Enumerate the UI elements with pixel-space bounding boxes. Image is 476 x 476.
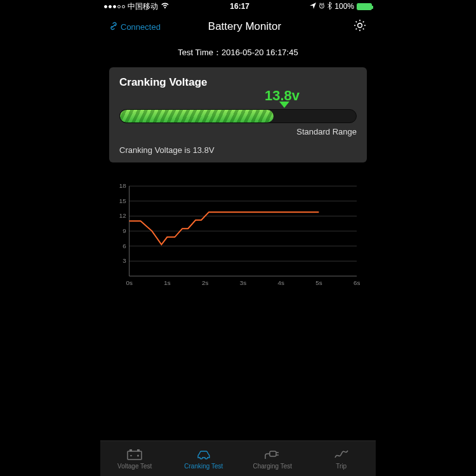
svg-text:6: 6 [122, 242, 126, 249]
signal-dots-icon [104, 5, 125, 8]
settings-button[interactable] [353, 18, 367, 35]
tab-label: Trip [336, 463, 347, 470]
connection-label: Connected [121, 22, 161, 32]
range-label: Standard Range [296, 127, 357, 136]
test-time-label: Test Time： [178, 48, 221, 57]
plug-icon [264, 447, 281, 461]
connection-status[interactable]: Connected [109, 22, 161, 32]
svg-text:15: 15 [119, 197, 126, 204]
status-left: 中国移动 [104, 1, 169, 12]
svg-text:5s: 5s [315, 279, 322, 286]
carrier-label: 中国移动 [128, 1, 158, 12]
svg-text:3: 3 [122, 257, 126, 264]
tab-label: Cranking Test [184, 463, 223, 470]
battery-box-icon [126, 447, 143, 461]
cranking-voltage-card: Cranking Voltage 13.8v Standard Range Cr… [109, 67, 367, 162]
svg-text:6s: 6s [354, 279, 360, 286]
tab-charging-test[interactable]: Charging Test [238, 441, 307, 476]
alarm-icon [319, 2, 325, 11]
svg-text:4s: 4s [277, 279, 284, 286]
trip-line-icon [333, 447, 350, 461]
tab-trip[interactable]: Trip [307, 441, 376, 476]
svg-text:3s: 3s [240, 279, 246, 286]
svg-point-1 [358, 23, 362, 28]
voltage-bar [119, 109, 357, 123]
card-footer: Cranking Voltage is 13.8V [119, 145, 357, 155]
svg-rect-23 [128, 451, 142, 459]
status-time: 16:17 [230, 2, 249, 11]
gear-icon [353, 18, 367, 32]
bluetooth-icon [327, 2, 332, 11]
page-title: Battery Monitor [208, 20, 281, 33]
svg-text:9: 9 [122, 227, 126, 234]
test-time-row: Test Time：2016-05-20 16:17:45 [100, 41, 376, 67]
voltage-chart: 3691215180s1s2s3s4s5s6s [113, 182, 363, 289]
status-right: 100% [310, 2, 372, 11]
tab-cranking-test[interactable]: Cranking Test [169, 441, 239, 476]
voltage-pointer-icon [279, 102, 289, 108]
battery-icon [357, 3, 372, 10]
link-icon [109, 22, 118, 32]
card-footer-prefix: Cranking Voltage is [119, 145, 193, 155]
svg-text:0s: 0s [126, 279, 132, 286]
svg-text:12: 12 [119, 212, 126, 219]
status-bar: 中国移动 16:17 100% [100, 0, 376, 13]
svg-rect-24 [129, 449, 132, 451]
svg-text:1s: 1s [164, 279, 170, 286]
location-icon [310, 2, 316, 11]
tab-label: Voltage Test [117, 463, 152, 470]
tab-label: Charging Test [253, 463, 292, 470]
card-title: Cranking Voltage [119, 76, 357, 89]
tab-voltage-test[interactable]: Voltage Test [100, 441, 169, 476]
test-time-value: 2016-05-20 16:17:45 [221, 48, 298, 57]
wifi-icon [161, 2, 169, 11]
battery-pct: 100% [334, 2, 354, 11]
svg-rect-26 [270, 451, 276, 456]
card-footer-value: 13.8V [193, 145, 215, 155]
car-icon [195, 447, 212, 461]
svg-rect-25 [137, 449, 140, 451]
tab-bar: Voltage Test Cranking Test Charging Test… [100, 440, 376, 476]
svg-text:18: 18 [119, 182, 126, 189]
svg-text:2s: 2s [202, 279, 208, 286]
nav-bar: Connected Battery Monitor [100, 13, 376, 41]
